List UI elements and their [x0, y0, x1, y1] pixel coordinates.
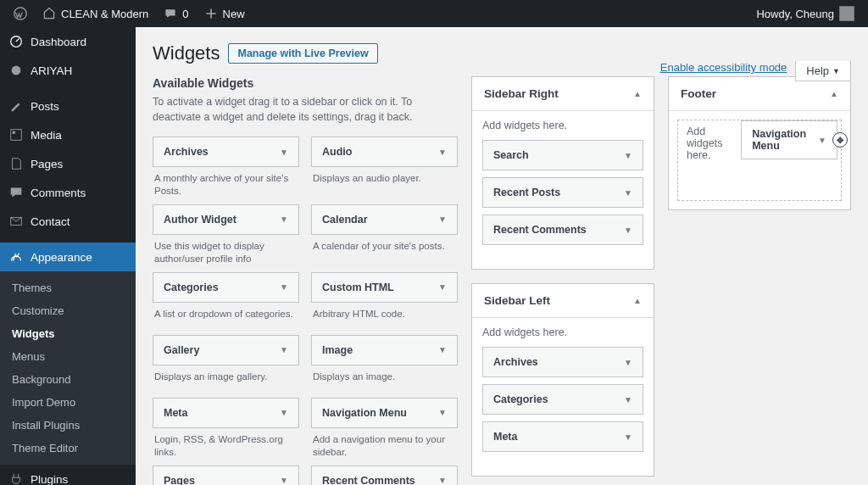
- available-desc: To activate a widget drag it to a sideba…: [153, 95, 458, 125]
- available-widget[interactable]: Archives▼: [153, 137, 299, 167]
- widget-description: Arbitrary HTML code.: [311, 308, 458, 328]
- area-widget[interactable]: Recent Comments▼: [482, 215, 643, 245]
- menu-dashboard[interactable]: Dashboard: [0, 27, 136, 56]
- chevron-up-icon: ▲: [830, 89, 838, 98]
- available-title: Available Widgets: [153, 76, 458, 90]
- available-widget[interactable]: Navigation Menu▼: [311, 398, 458, 428]
- widget-description: Displays an image gallery.: [153, 371, 299, 391]
- chevron-down-icon: ▼: [624, 188, 632, 198]
- available-widget[interactable]: Calendar▼: [311, 204, 458, 235]
- area-footer: Footer▲ Add widgets here. Navigation Men…: [668, 76, 851, 210]
- comments-count[interactable]: 0: [157, 0, 195, 27]
- available-widget[interactable]: Gallery▼: [153, 335, 299, 365]
- widget-description: A monthly archive of your site's Posts.: [153, 172, 299, 198]
- menu-contact[interactable]: Contact: [0, 207, 136, 236]
- available-widget[interactable]: Recent Comments▼: [311, 465, 458, 485]
- user-greeting[interactable]: Howdy, Cheung: [749, 0, 861, 27]
- submenu-customize[interactable]: Customize: [0, 299, 136, 322]
- submenu-theme-editor[interactable]: Theme Editor: [0, 437, 136, 460]
- wp-logo[interactable]: [7, 0, 34, 27]
- chevron-down-icon: ▼: [624, 432, 632, 442]
- avatar: [839, 6, 854, 21]
- live-preview-button[interactable]: Manage with Live Preview: [228, 43, 377, 64]
- submenu-install-plugins[interactable]: Install Plugins: [0, 414, 136, 437]
- available-widget[interactable]: Custom HTML▼: [311, 272, 458, 303]
- admin-sidebar: Dashboard ARIYAH Posts Media Pages Comme…: [0, 27, 136, 485]
- help-tab[interactable]: Help▼: [795, 61, 851, 81]
- move-icon: ✥: [832, 132, 848, 148]
- svg-point-2: [12, 66, 21, 75]
- site-name[interactable]: CLEAN & Modern: [36, 0, 155, 27]
- area-hint: Add widgets here.: [482, 326, 643, 338]
- chevron-down-icon: ▼: [818, 136, 826, 145]
- chevron-down-icon: ▼: [280, 282, 288, 292]
- submenu-background[interactable]: Background: [0, 368, 136, 391]
- available-widget[interactable]: Pages▼: [153, 465, 299, 485]
- available-widget[interactable]: Meta▼: [153, 398, 299, 428]
- page-title: Widgets: [153, 42, 220, 64]
- chevron-down-icon: ▼: [832, 67, 840, 75]
- chevron-down-icon: ▼: [438, 408, 447, 417]
- available-widget[interactable]: Categories▼: [153, 272, 299, 303]
- menu-plugins[interactable]: Plugins: [0, 465, 136, 485]
- svg-point-3: [13, 131, 16, 135]
- area-widget[interactable]: Meta▼: [482, 421, 643, 452]
- submenu-themes[interactable]: Themes: [0, 276, 136, 299]
- menu-media[interactable]: Media: [0, 120, 136, 149]
- area-widget[interactable]: Search▼: [482, 140, 643, 170]
- chevron-down-icon: ▼: [624, 151, 632, 160]
- area-widget[interactable]: Categories▼: [482, 384, 643, 415]
- chevron-down-icon: ▼: [624, 226, 632, 235]
- chevron-down-icon: ▼: [624, 395, 632, 404]
- submenu-widgets[interactable]: Widgets: [0, 322, 136, 345]
- available-widgets-column: Available Widgets To activate a widget d…: [153, 76, 458, 485]
- area-widget[interactable]: Recent Posts▼: [482, 177, 643, 208]
- widget-description: A list or dropdown of categories.: [153, 308, 299, 328]
- chevron-down-icon: ▼: [280, 148, 288, 157]
- chevron-down-icon: ▼: [280, 408, 288, 417]
- widget-description: A calendar of your site's posts.: [311, 240, 458, 260]
- area-header-footer[interactable]: Footer▲: [669, 77, 850, 111]
- available-widget[interactable]: Audio▼: [311, 137, 458, 167]
- widget-description: Displays an image.: [311, 371, 458, 391]
- menu-appearance[interactable]: Appearance: [0, 242, 136, 271]
- dragging-widget[interactable]: Navigation Menu ▼ ✥: [741, 120, 837, 159]
- widget-description: Add a navigation menu to your sidebar.: [311, 433, 458, 459]
- chevron-down-icon: ▼: [438, 215, 447, 224]
- chevron-up-icon: ▲: [633, 89, 642, 98]
- chevron-down-icon: ▼: [624, 358, 632, 367]
- area-header-sidebar-right[interactable]: Sidebar Right▲: [472, 77, 654, 111]
- area-sidebar-right: Sidebar Right▲ Add widgets here. Search▼…: [471, 76, 654, 270]
- widget-description: Displays an audio player.: [311, 172, 458, 192]
- footer-dropzone[interactable]: Add widgets here. Navigation Menu ▼ ✥: [677, 120, 842, 201]
- chevron-down-icon: ▼: [438, 148, 447, 157]
- available-widget[interactable]: Author Widget▼: [153, 204, 299, 235]
- submenu-appearance: Themes Customize Widgets Menus Backgroun…: [0, 271, 136, 465]
- chevron-down-icon: ▼: [438, 476, 447, 485]
- menu-comments[interactable]: Comments: [0, 178, 136, 207]
- new-content[interactable]: New: [198, 0, 252, 27]
- available-widget[interactable]: Image▼: [311, 335, 458, 365]
- area-widget[interactable]: Archives▼: [482, 347, 643, 377]
- accessibility-mode-link[interactable]: Enable accessibility mode: [660, 61, 787, 81]
- widget-description: Login, RSS, & WordPress.org links.: [153, 433, 299, 459]
- chevron-down-icon: ▼: [280, 215, 288, 224]
- admin-toolbar: CLEAN & Modern 0 New Howdy, Cheung: [0, 0, 868, 27]
- menu-posts[interactable]: Posts: [0, 92, 136, 120]
- area-hint: Add widgets here.: [687, 125, 741, 161]
- chevron-down-icon: ▼: [438, 282, 447, 292]
- area-header-sidebar-left[interactable]: Sidebar Left▲: [472, 284, 654, 318]
- chevron-down-icon: ▼: [438, 345, 447, 354]
- chevron-up-icon: ▲: [633, 296, 642, 305]
- area-sidebar-left: Sidebar Left▲ Add widgets here. Archives…: [471, 283, 654, 477]
- submenu-menus[interactable]: Menus: [0, 345, 136, 368]
- area-hint: Add widgets here.: [482, 120, 643, 131]
- chevron-down-icon: ▼: [280, 476, 288, 485]
- menu-ariyah[interactable]: ARIYAH: [0, 56, 136, 85]
- submenu-import-demo[interactable]: Import Demo: [0, 391, 136, 414]
- widget-description: Use this widget to display author/user p…: [153, 240, 299, 265]
- chevron-down-icon: ▼: [280, 345, 288, 354]
- menu-pages[interactable]: Pages: [0, 149, 136, 178]
